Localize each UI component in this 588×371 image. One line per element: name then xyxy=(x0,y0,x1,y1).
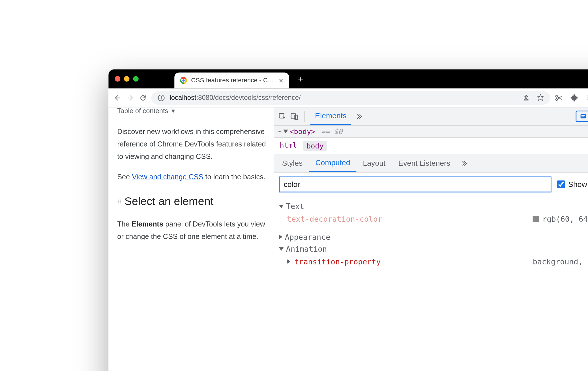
expand-value-icon[interactable] xyxy=(287,259,291,264)
prop-transition-property[interactable]: transition-property background, color xyxy=(279,253,588,271)
elements-panel-paragraph: The Elements panel of DevTools lets you … xyxy=(117,218,267,243)
svg-rect-5 xyxy=(161,96,162,96)
tab-elements[interactable]: Elements xyxy=(310,107,351,125)
more-tabs-icon[interactable] xyxy=(355,112,363,121)
maximize-window-button[interactable] xyxy=(133,76,139,82)
group-animation-header[interactable]: Animation xyxy=(279,244,588,253)
group-appearance-header[interactable]: Appearance xyxy=(279,232,588,241)
tab-title: CSS features reference - Chron xyxy=(191,77,274,84)
color-swatch-icon[interactable] xyxy=(533,216,539,222)
dom-breadcrumb: html body xyxy=(274,138,588,154)
browser-toolbar: localhost:8080/docs/devtools/css/referen… xyxy=(108,89,588,107)
inspect-element-icon[interactable] xyxy=(278,112,287,121)
tab-close-icon[interactable]: ✕ xyxy=(278,77,284,84)
view-change-css-link[interactable]: View and change CSS xyxy=(132,173,203,181)
dom-tree-row[interactable]: ⋯ <body> == $0 xyxy=(274,126,588,138)
svg-rect-18 xyxy=(581,117,584,117)
computed-filter-row: Show all Group xyxy=(274,172,588,196)
tab-styles[interactable]: Styles xyxy=(276,155,309,172)
share-icon[interactable] xyxy=(522,93,530,102)
bookmark-star-icon[interactable] xyxy=(536,93,545,102)
minimize-window-button[interactable] xyxy=(124,76,130,82)
traffic-lights xyxy=(115,76,139,82)
content-area: Table of contents ▾ Discover new workflo… xyxy=(108,107,588,371)
svg-rect-17 xyxy=(581,115,585,116)
nav-back-icon[interactable] xyxy=(113,93,122,102)
breadcrumb-html[interactable]: html xyxy=(280,141,297,151)
table-of-contents-toggle[interactable]: Table of contents ▾ xyxy=(117,107,267,117)
see-also-paragraph: See View and change CSS to learn the bas… xyxy=(117,171,267,184)
address-bar[interactable]: localhost:8080/docs/devtools/css/referen… xyxy=(151,91,550,105)
show-all-checkbox-input[interactable] xyxy=(557,180,565,188)
browser-window: CSS features reference - Chron ✕ ＋ xyxy=(108,69,588,371)
new-tab-button[interactable]: ＋ xyxy=(296,73,305,85)
group-appearance: Appearance xyxy=(279,232,588,241)
intro-paragraph: Discover new workflows in this comprehen… xyxy=(117,126,267,163)
filter-input[interactable] xyxy=(279,176,552,192)
svg-point-2 xyxy=(182,79,185,82)
svg-rect-16 xyxy=(581,114,586,118)
scissors-icon[interactable] xyxy=(554,93,563,102)
extensions-icon[interactable] xyxy=(570,93,579,102)
reading-list-icon[interactable] xyxy=(586,93,588,102)
computed-properties-list: Text text-decoration-color rgb(60, 64, 6… xyxy=(274,196,588,279)
group-text: Text text-decoration-color rgb(60, 64, 6… xyxy=(279,202,588,229)
breadcrumb-body[interactable]: body xyxy=(303,141,327,151)
url-text: localhost:8080/docs/devtools/css/referen… xyxy=(169,94,301,102)
svg-rect-4 xyxy=(161,97,162,99)
devtools-toolbar: Elements 1 xyxy=(274,107,588,126)
browser-tab[interactable]: CSS features reference - Chron ✕ xyxy=(174,72,289,88)
issues-icon xyxy=(580,113,587,120)
tab-computed[interactable]: Computed xyxy=(309,154,357,172)
nav-forward-icon xyxy=(126,93,135,102)
titlebar: CSS features reference - Chron ✕ ＋ xyxy=(108,69,588,88)
device-toggle-icon[interactable] xyxy=(290,112,299,121)
prop-text-decoration-color[interactable]: text-decoration-color rgb(60, 64, 67) xyxy=(279,211,588,229)
select-element-heading: # Select an element xyxy=(117,191,267,211)
expand-icon xyxy=(279,204,284,208)
devtools-panel: Elements 1 xyxy=(274,107,588,371)
expand-icon xyxy=(279,234,283,239)
close-window-button[interactable] xyxy=(115,76,121,82)
styles-pane-tabs: Styles Computed Layout Event Listeners xyxy=(274,154,588,173)
show-all-checkbox[interactable]: Show all xyxy=(557,180,588,189)
chrome-icon xyxy=(180,77,187,84)
reload-icon[interactable] xyxy=(139,93,147,102)
chevron-down-icon: ▾ xyxy=(171,107,175,117)
group-text-header[interactable]: Text xyxy=(279,202,588,211)
group-animation: Animation transition-property background… xyxy=(279,244,588,271)
dom-expand-icon[interactable] xyxy=(283,130,288,133)
documentation-page: Table of contents ▾ Discover new workflo… xyxy=(108,107,274,371)
site-info-icon[interactable] xyxy=(157,93,166,102)
issues-badge[interactable]: 1 xyxy=(576,111,588,122)
expand-icon xyxy=(279,247,284,251)
tab-event-listeners[interactable]: Event Listeners xyxy=(392,155,457,172)
tab-layout[interactable]: Layout xyxy=(357,155,392,172)
dom-ellipsis: ⋯ xyxy=(277,127,282,135)
more-subtabs-icon[interactable] xyxy=(460,159,469,168)
heading-anchor-icon[interactable]: # xyxy=(117,194,122,209)
